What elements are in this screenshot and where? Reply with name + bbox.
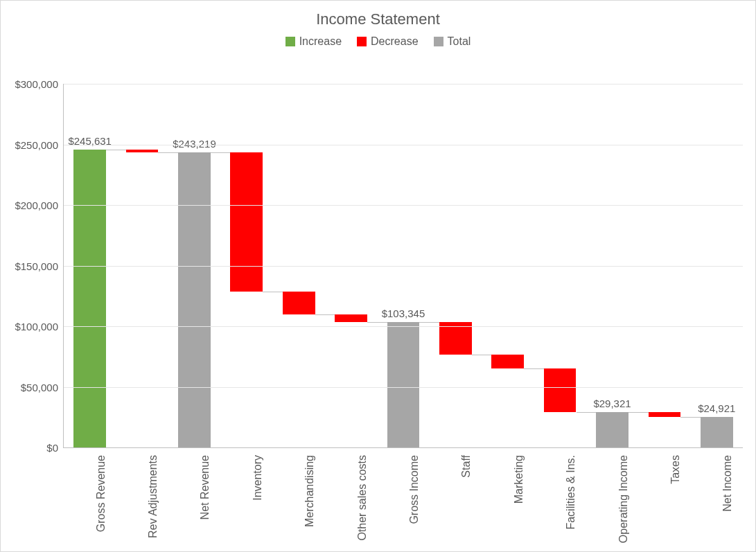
bar-decrease — [439, 322, 472, 355]
bar-decrease — [230, 152, 263, 292]
x-tick-label: Net Income — [721, 455, 734, 512]
data-label: $29,321 — [586, 398, 638, 409]
data-label: $245,631 — [64, 135, 116, 147]
x-tick-label: Marketing — [513, 455, 525, 504]
x-tick-label: Rev Adjustments — [147, 455, 159, 538]
gridline — [64, 326, 743, 327]
legend-decrease: Decrease — [357, 35, 418, 48]
connector-line — [472, 355, 492, 355]
connector-line — [315, 314, 335, 315]
connector-line — [419, 322, 439, 323]
x-tick-label: Taxes — [669, 455, 682, 484]
data-label: $103,345 — [377, 308, 429, 319]
connector-line — [628, 412, 649, 413]
y-tick-label: $100,000 — [15, 321, 64, 332]
bar-total — [178, 152, 211, 447]
chart-title: Income Statement — [1, 1, 755, 28]
gridline — [64, 84, 743, 84]
connector-line — [106, 150, 126, 150]
x-tick-label: Other sales costs — [356, 455, 369, 541]
x-tick-label: Net Revenue — [199, 455, 211, 519]
legend-label-decrease: Decrease — [371, 35, 418, 48]
bar-decrease — [544, 368, 577, 412]
y-tick-label: $250,000 — [15, 139, 64, 150]
x-tick-label: Staff — [460, 455, 473, 478]
legend-label-increase: Increase — [299, 35, 342, 48]
y-tick-label: $50,000 — [21, 381, 64, 393]
gridline — [64, 387, 743, 388]
connector-line — [158, 152, 178, 153]
bar-total — [701, 417, 733, 447]
x-tick-label: Gross Income — [408, 455, 421, 524]
gridline — [64, 145, 743, 145]
legend-swatch-total — [434, 37, 443, 46]
gridline — [64, 205, 743, 206]
bar-total — [596, 412, 628, 447]
connector-line — [211, 152, 231, 153]
connector-line — [263, 292, 283, 292]
x-tick-label: Gross Revenue — [95, 455, 107, 532]
chart-container: Income Statement Increase Decrease Total… — [0, 0, 756, 552]
bar-decrease — [126, 150, 159, 152]
bar-decrease — [335, 314, 367, 322]
legend-swatch-decrease — [357, 37, 367, 46]
legend-label-total: Total — [448, 35, 471, 48]
bar-decrease — [491, 355, 524, 368]
legend-increase: Increase — [285, 35, 342, 48]
x-tick-label: Inventory — [252, 455, 264, 501]
chart-legend: Increase Decrease Total — [1, 35, 755, 48]
y-tick-label: $200,000 — [15, 199, 64, 211]
y-tick-label: $150,000 — [15, 260, 64, 271]
bar-decrease — [283, 292, 315, 314]
bar-increase — [73, 150, 106, 447]
plot-area: $245,631$243,219$103,345$29,321$24,921 $… — [63, 84, 743, 448]
x-axis-labels: Gross RevenueRev AdjustmentsNet RevenueI… — [63, 451, 742, 548]
connector-line — [524, 368, 544, 369]
x-tick-label: Merchandising — [304, 455, 316, 527]
y-tick-label: $0 — [46, 442, 64, 454]
y-tick-label: $300,000 — [15, 78, 64, 90]
legend-total: Total — [434, 35, 471, 48]
bar-decrease — [649, 412, 681, 418]
connector-line — [680, 417, 701, 418]
x-tick-label: Facilities & Ins. — [565, 455, 577, 530]
data-label: $24,921 — [691, 402, 743, 414]
bar-total — [387, 322, 420, 447]
connector-line — [577, 412, 597, 413]
x-tick-label: Operating Income — [617, 455, 630, 543]
legend-swatch-increase — [285, 37, 295, 46]
connector-line — [367, 322, 387, 323]
gridline — [64, 266, 743, 267]
